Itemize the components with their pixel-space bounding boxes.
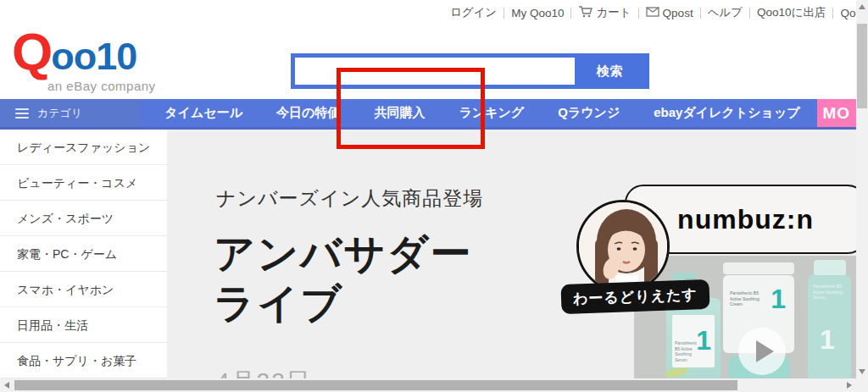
help-link[interactable]: ヘルプ (708, 5, 743, 20)
arrow-right-icon (847, 382, 852, 389)
sidebar-item-daily-life[interactable]: 日用品・生活 (0, 307, 167, 343)
sidebar-item-ladies-fashion[interactable]: レディースファッション (0, 130, 167, 165)
banner-title-line2: ライブ (214, 279, 473, 329)
model-photo (576, 200, 670, 293)
banner-date: 4月22日 (216, 366, 312, 378)
logo-q: Q (12, 22, 51, 80)
my-qoo10-link[interactable]: My Qoo10 (511, 7, 564, 19)
logo-tagline: an eBay company (47, 80, 156, 92)
search-input[interactable] (295, 58, 575, 85)
vertical-scrollbar-thumb[interactable] (857, 24, 867, 108)
nav-item-todays-deal[interactable]: 今日の特価 (259, 105, 357, 121)
qpost-link[interactable]: Qpost (646, 7, 693, 19)
video-play-button[interactable] (738, 328, 786, 375)
toner-bottle: Pantothenic B5 Active Soothing Serum 1 (808, 275, 851, 378)
banner-title-line1: アンバサダー (214, 229, 473, 279)
header: Qoo10 an eBay company 検索 (0, 25, 856, 99)
toner-label-text: Pantothenic B5 Active Soothing Serum (813, 284, 845, 301)
search-bar: 検索 (291, 53, 649, 89)
divider (570, 8, 571, 19)
divider (749, 8, 750, 19)
toner-bottle-cap (814, 260, 846, 276)
open-store-label: Qoo10に出店 (757, 5, 826, 20)
vertical-scrollbar[interactable] (856, 0, 868, 378)
numbuzn-logo: numbuz:n (677, 204, 814, 235)
speech-label: わーるどりえたす (560, 279, 709, 314)
qoo10-logo[interactable]: Qoo10 an eBay company (12, 25, 156, 92)
qoo10-extra-link[interactable]: Qoo10 (840, 7, 856, 19)
play-icon (756, 340, 774, 362)
divider (638, 8, 639, 19)
scrollbar-corner (856, 378, 868, 392)
sidebar-item-food-supplement-sweets[interactable]: 食品・サプリ・お菓子 (0, 343, 167, 378)
category-menu-button[interactable]: カテゴリ (0, 99, 141, 127)
scroll-up-button[interactable] (856, 0, 868, 14)
hamburger-icon (15, 108, 29, 119)
sidebar-item-smartphone-earphone[interactable]: スマホ・イヤホン (0, 272, 167, 307)
divider (832, 8, 833, 19)
cream-jar-cap (723, 262, 794, 274)
utility-bar: ログイン My Qoo10 カート Qpost ヘルプ Qoo10に出店 (0, 0, 856, 25)
banner-subtitle: ナンバーズイン人気商品登場 (216, 185, 483, 212)
serum-label-text: Pantothenic B5 Active Soothing Serum (675, 340, 697, 362)
cart-icon (578, 6, 593, 20)
toner-number: 1 (820, 326, 835, 353)
help-label: ヘルプ (708, 5, 743, 20)
cream-number: 1 (771, 285, 786, 312)
open-store-link[interactable]: Qoo10に出店 (757, 5, 826, 20)
cart-link[interactable]: カート (578, 5, 631, 20)
main-content: レディースファッション ビューティー・コスメ メンズ・スポーツ 家電・PC・ゲー… (0, 127, 856, 378)
qoo10-extra-label: Qoo10 (840, 7, 856, 19)
scroll-left-button[interactable] (0, 378, 14, 392)
sidebar-item-electronics-pc-game[interactable]: 家電・PC・ゲーム (0, 236, 167, 272)
login-label: ログイン (450, 5, 497, 20)
my-qoo10-label: My Qoo10 (511, 7, 564, 19)
logo-wordmark: Qoo10 (12, 25, 156, 78)
login-link[interactable]: ログイン (450, 5, 497, 20)
serum-number: 1 (696, 327, 711, 354)
search-button[interactable]: 検索 (575, 58, 645, 85)
move-logo: MO (823, 104, 851, 123)
qpost-label: Qpost (663, 7, 693, 19)
move-tab[interactable]: MO (817, 99, 856, 127)
category-sidebar: レディースファッション ビューティー・コスメ メンズ・スポーツ 家電・PC・ゲー… (0, 130, 167, 378)
serum-label: Pantothenic B5 Active Soothing Serum 1 (672, 315, 715, 367)
page-content: ログイン My Qoo10 カート Qpost ヘルプ Qoo10に出店 (0, 0, 856, 378)
horizontal-scrollbar-thumb[interactable] (14, 380, 737, 390)
category-label: カテゴリ (37, 106, 82, 121)
arrow-up-icon (859, 4, 865, 9)
scroll-down-button[interactable] (856, 365, 868, 378)
arrow-left-icon (4, 382, 9, 389)
main-nav: カテゴリ タイムセール 今日の特価 共同購入 ランキング Qラウンジ ebayダ… (0, 99, 856, 127)
logo-oo10: oo10 (51, 35, 136, 78)
nav-item-time-sale[interactable]: タイムセール (147, 105, 259, 121)
nav-item-ranking[interactable]: ランキング (442, 105, 541, 121)
cream-label-text: Pantothenic B5 Active Soothing Cream (730, 290, 764, 307)
horizontal-scrollbar[interactable] (0, 378, 856, 392)
nav-item-ebay-direct-shop[interactable]: ebayダイレクトショップ (637, 105, 816, 121)
cart-label: カート (596, 5, 631, 20)
divider (504, 8, 504, 19)
qoo10-homepage: ログイン My Qoo10 カート Qpost ヘルプ Qoo10に出店 (0, 0, 868, 392)
sidebar-item-mens-sports[interactable]: メンズ・スポーツ (0, 201, 167, 236)
scroll-right-button[interactable] (843, 378, 856, 392)
hero-banner[interactable]: ナンバーズイン人気商品登場 アンバサダー ライブ 4月22日 Pantothen… (167, 130, 856, 378)
envelope-icon (646, 7, 659, 19)
divider (700, 8, 701, 19)
arrow-down-icon (859, 369, 865, 374)
nav-items: タイムセール 今日の特価 共同購入 ランキング Qラウンジ ebayダイレクトシ… (141, 99, 816, 127)
banner-title: アンバサダー ライブ (214, 229, 473, 329)
nav-item-group-buy[interactable]: 共同購入 (357, 105, 442, 121)
sidebar-item-beauty-cosmetics[interactable]: ビューティー・コスメ (0, 165, 167, 201)
nav-item-qlounge[interactable]: Qラウンジ (541, 105, 637, 121)
